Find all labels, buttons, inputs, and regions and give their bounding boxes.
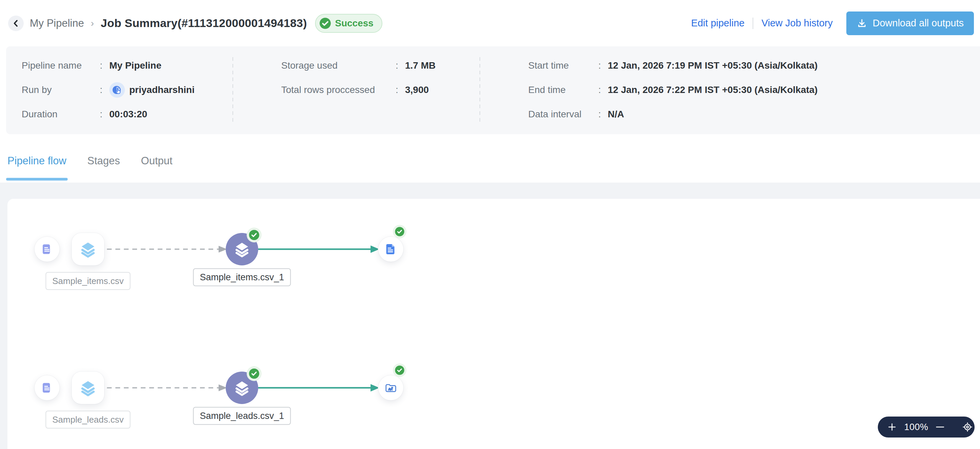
- summary-column-2: Storage used : 1.7 MB Total rows procces…: [281, 54, 436, 102]
- field-value: 00:03:20: [109, 109, 147, 120]
- field-value: priyadharshini: [129, 84, 194, 95]
- source-node-label: Sample_items.csv: [46, 272, 130, 290]
- success-check-icon: [247, 366, 262, 381]
- layers-icon: [80, 241, 97, 258]
- run-by-icon: [109, 82, 125, 98]
- download-button-label: Download all outputs: [873, 17, 964, 29]
- breadcrumb-separator: ›: [91, 18, 94, 29]
- summary-row-pipeline-name: Pipeline name : My Pipeline: [22, 54, 194, 78]
- folder-chart-icon: [384, 381, 397, 394]
- chevron-left-icon: [11, 18, 21, 29]
- job-summary-panel: Pipeline name : My Pipeline Run by : pri…: [6, 46, 980, 134]
- divider: [479, 57, 480, 124]
- source-node-label: Sample_leads.csv: [46, 411, 130, 429]
- pipeline-flow-section: Sample_items.csv Sample_items.csv_1: [0, 182, 980, 449]
- zoom-level: 100%: [904, 422, 928, 432]
- zoom-controls: 100%: [878, 417, 975, 438]
- output-node[interactable]: [378, 375, 403, 400]
- field-value: My Pipeline: [109, 60, 161, 71]
- download-all-outputs-button[interactable]: Download all outputs: [846, 11, 974, 35]
- summary-row-run-by: Run by : priyadharshini: [22, 78, 194, 102]
- tab-bar: Pipeline flow Stages Output: [0, 134, 980, 182]
- success-check-icon: [319, 17, 331, 29]
- source-file-node[interactable]: [35, 375, 60, 400]
- field-label: Pipeline name: [22, 60, 100, 71]
- tab-stages[interactable]: Stages: [87, 139, 121, 182]
- summary-row-duration: Duration : 00:03:20: [22, 102, 194, 127]
- zoom-out-button[interactable]: [934, 422, 946, 432]
- success-check-icon: [393, 225, 406, 238]
- field-value: N/A: [608, 109, 624, 120]
- success-check-icon: [393, 363, 406, 377]
- tab-pipeline-flow[interactable]: Pipeline flow: [7, 139, 67, 182]
- field-label: Start time: [528, 60, 598, 71]
- dashed-connector: [106, 245, 228, 254]
- field-label: Total rows proccessed: [281, 84, 396, 95]
- view-job-history-link[interactable]: View Job history: [761, 17, 833, 29]
- solid-connector: [258, 383, 380, 392]
- source-stage-node[interactable]: [72, 371, 104, 404]
- divider: [752, 17, 753, 29]
- stage-node-label: Sample_leads.csv_1: [193, 407, 291, 425]
- summary-column-3: Start time : 12 Jan, 2026 7:19 PM IST +0…: [528, 54, 818, 127]
- layers-icon: [234, 380, 250, 396]
- fit-to-screen-icon[interactable]: [962, 422, 973, 432]
- back-button[interactable]: [8, 16, 24, 31]
- pipeline-flow-canvas[interactable]: Sample_items.csv Sample_items.csv_1: [8, 199, 980, 449]
- layers-icon: [234, 241, 250, 257]
- output-node[interactable]: [378, 237, 403, 262]
- summary-column-1: Pipeline name : My Pipeline Run by : pri…: [22, 54, 194, 127]
- field-value: 12 Jan, 2026 7:22 PM IST +05:30 (Asia/Ko…: [608, 84, 818, 95]
- document-icon: [41, 382, 53, 393]
- summary-row-start-time: Start time : 12 Jan, 2026 7:19 PM IST +0…: [528, 54, 818, 78]
- document-icon: [385, 243, 397, 255]
- edit-pipeline-link[interactable]: Edit pipeline: [691, 17, 745, 29]
- source-file-node[interactable]: [35, 237, 60, 262]
- field-label: Run by: [22, 84, 100, 95]
- field-label: Duration: [22, 109, 100, 120]
- zoom-in-button[interactable]: [886, 422, 897, 432]
- field-value: 12 Jan, 2026 7:19 PM IST +05:30 (Asia/Ko…: [608, 60, 818, 71]
- dashed-connector: [106, 383, 228, 392]
- field-value: 3,900: [405, 84, 429, 95]
- status-badge: Success: [315, 14, 382, 33]
- field-value: 1.7 MB: [405, 60, 436, 71]
- download-icon: [856, 18, 867, 29]
- tab-output[interactable]: Output: [140, 139, 173, 182]
- field-label: End time: [528, 84, 598, 95]
- solid-connector: [258, 245, 380, 254]
- document-icon: [41, 243, 53, 255]
- status-label: Success: [335, 18, 374, 29]
- summary-row-data-interval: Data interval : N/A: [528, 102, 818, 127]
- divider: [232, 57, 233, 124]
- field-label: Storage used: [281, 60, 396, 71]
- layers-icon: [80, 379, 97, 396]
- header: My Pipeline › Job Summary(#1113120000014…: [0, 0, 980, 46]
- success-check-icon: [247, 228, 262, 243]
- source-stage-node[interactable]: [72, 233, 104, 265]
- field-label: Data interval: [528, 109, 598, 120]
- page-title: Job Summary(#111312000001494183): [101, 17, 307, 30]
- stage-node-label: Sample_items.csv_1: [193, 268, 291, 286]
- breadcrumb[interactable]: My Pipeline: [30, 17, 84, 29]
- summary-row-total-rows: Total rows proccessed : 3,900: [281, 78, 436, 102]
- summary-row-end-time: End time : 12 Jan, 2026 7:22 PM IST +05:…: [528, 78, 818, 102]
- summary-row-storage-used: Storage used : 1.7 MB: [281, 54, 436, 78]
